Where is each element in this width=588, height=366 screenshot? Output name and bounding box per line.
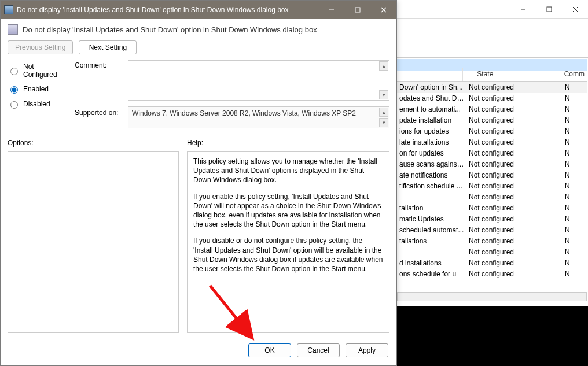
table-row[interactable]: ause scans against ...Not configuredN	[397, 158, 587, 169]
apply-button[interactable]: Apply	[346, 343, 388, 357]
setting-cell: pdate installation	[397, 116, 466, 125]
supported-scroll-down-icon[interactable]: ▾	[379, 118, 388, 127]
svg-rect-5	[355, 8, 360, 12]
setting-cell: d installations	[397, 258, 466, 268]
options-label: Options:	[8, 139, 179, 147]
setting-cell: scheduled automat...	[397, 225, 466, 235]
state-cell: Not configured	[466, 182, 547, 191]
state-cell: Not configured	[466, 149, 547, 158]
setting-cell: ions for updates	[397, 127, 466, 136]
setting-cell: odates and Shut Do...	[397, 94, 466, 103]
state-cell: Not configured	[466, 127, 547, 136]
setting-cell: Down' option in Sh...	[397, 83, 466, 92]
comment-cell: N	[547, 171, 587, 180]
setting-cell: tallation	[397, 204, 466, 213]
radio-disabled-label: Disabled	[23, 100, 50, 108]
comment-cell: N	[547, 204, 587, 213]
dlg-minimize-button[interactable]	[318, 1, 344, 18]
setting-cell: ons schedule for u	[397, 269, 466, 279]
help-label: Help:	[187, 139, 389, 147]
supported-scroll-up-icon[interactable]: ▴	[379, 108, 388, 117]
bg-maximize-button[interactable]	[536, 1, 562, 18]
state-radio-group: Not Configured Enabled Disabled	[8, 60, 67, 128]
table-row[interactable]: ement to automati...Not configuredN	[397, 103, 587, 114]
policy-dialog: Do not display 'Install Updates and Shut…	[0, 0, 397, 366]
setting-cell: tification schedule ...	[397, 182, 466, 191]
setting-cell	[397, 197, 466, 198]
policy-header-icon	[8, 24, 18, 35]
table-row[interactable]: matic UpdatesNot configuredN	[397, 213, 587, 224]
comment-scroll-up-icon[interactable]: ▴	[379, 61, 388, 71]
table-row[interactable]: tallationsNot configuredN	[397, 235, 587, 246]
next-setting-button[interactable]: Next Setting	[79, 40, 137, 54]
table-row[interactable]: scheduled automat...Not configuredN	[397, 224, 587, 235]
bg-close-button[interactable]	[562, 1, 588, 18]
table-row[interactable]: Down' option in Sh...Not configuredN	[397, 82, 587, 93]
comment-cell: N	[547, 105, 587, 114]
setting-cell: matic Updates	[397, 215, 466, 224]
table-row[interactable]: pdate installationNot configuredN	[397, 114, 587, 125]
state-cell: Not configured	[466, 247, 547, 257]
bg-table-header: State Comm	[397, 68, 587, 82]
table-row[interactable]: odates and Shut Do...Not configuredN	[397, 93, 587, 103]
table-row[interactable]: ons schedule for uNot configuredN	[397, 268, 587, 279]
radio-not-configured[interactable]: Not Configured	[8, 62, 67, 79]
bg-bottom-panel	[397, 306, 588, 366]
table-row[interactable]: late installationsNot configuredN	[397, 136, 587, 147]
bg-horizontal-scrollbar[interactable]	[397, 292, 587, 301]
table-row[interactable]: Not configuredN	[397, 191, 587, 202]
field-labels: Comment: Supported on:	[75, 60, 120, 128]
help-text-p3: If you disable or do not configure this …	[193, 236, 383, 273]
comment-scroll-down-icon[interactable]: ▾	[379, 90, 388, 99]
bg-minimize-button[interactable]	[510, 1, 536, 18]
policy-icon	[4, 5, 13, 14]
bg-settings-table: State Comm Down' option in Sh...Not conf…	[397, 68, 587, 308]
state-cell: Not configured	[466, 171, 547, 180]
table-row[interactable]: ions for updatesNot configuredN	[397, 125, 587, 136]
comment-cell: N	[547, 269, 587, 279]
previous-setting-button[interactable]: Previous Setting	[8, 40, 73, 54]
state-cell: Not configured	[466, 116, 547, 125]
table-row[interactable]: Not configuredN	[397, 246, 587, 257]
bg-col-comment-header[interactable]: Comm	[541, 68, 587, 81]
dialog-header: Do not display 'Install Updates and Shut…	[1, 19, 396, 39]
table-row[interactable]: tallationNot configuredN	[397, 202, 587, 213]
table-row[interactable]: d installationsNot configuredN	[397, 257, 587, 268]
state-cell: Not configured	[466, 94, 547, 103]
bg-col-state-header[interactable]: State	[463, 68, 541, 81]
radio-enabled[interactable]: Enabled	[8, 84, 67, 94]
comment-cell: N	[547, 160, 587, 169]
state-cell: Not configured	[466, 204, 547, 213]
comment-cell: N	[547, 83, 587, 92]
comment-cell: N	[547, 236, 587, 246]
radio-disabled[interactable]: Disabled	[8, 99, 67, 109]
state-cell: Not configured	[466, 225, 547, 235]
comment-cell: N	[547, 193, 587, 202]
nav-buttons: Previous Setting Next Setting	[1, 39, 396, 60]
setting-cell	[397, 252, 466, 253]
bg-col-setting-header[interactable]	[397, 68, 463, 81]
svg-rect-1	[547, 7, 552, 12]
field-inputs: ▴ ▾ Windows 7, Windows Server 2008 R2, W…	[128, 60, 389, 128]
table-row[interactable]: ate notificationsNot configuredN	[397, 169, 587, 180]
comment-cell: N	[547, 247, 587, 257]
setting-cell: tallations	[397, 236, 466, 246]
cancel-button[interactable]: Cancel	[297, 343, 340, 357]
table-row[interactable]: on for updatesNot configuredN	[397, 147, 587, 158]
help-text-p1: This policy setting allows you to manage…	[193, 157, 383, 185]
dlg-maximize-button[interactable]	[344, 1, 370, 18]
dialog-buttons: OK Cancel Apply	[1, 339, 396, 365]
comment-cell: N	[547, 225, 587, 235]
comment-label: Comment:	[75, 60, 120, 77]
state-cell: Not configured	[466, 258, 547, 268]
comment-textarea[interactable]: ▴ ▾	[128, 60, 389, 101]
setting-cell: ate notifications	[397, 171, 466, 180]
table-row[interactable]: tification schedule ...Not configuredN	[397, 180, 587, 191]
supported-on-field: Windows 7, Windows Server 2008 R2, Windo…	[128, 106, 389, 128]
state-cell: Not configured	[466, 105, 547, 114]
comment-cell: N	[547, 215, 587, 224]
dlg-close-button[interactable]	[370, 1, 396, 18]
comment-cell: N	[547, 94, 587, 103]
ok-button[interactable]: OK	[248, 343, 291, 357]
dialog-titlebar[interactable]: Do not display 'Install Updates and Shut…	[1, 1, 396, 19]
